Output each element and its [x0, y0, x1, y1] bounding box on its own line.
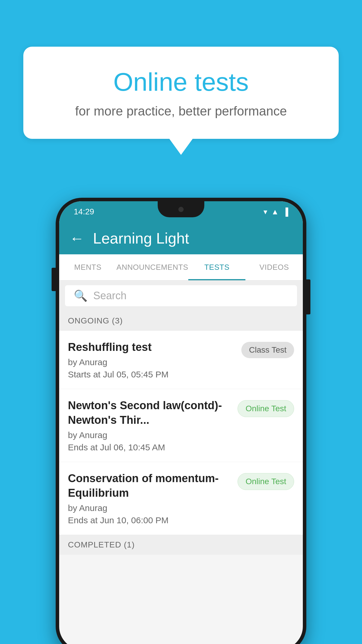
search-bar-container: 🔍 Search — [59, 281, 303, 311]
back-button[interactable]: ← — [70, 230, 84, 247]
tab-announcements[interactable]: ANNOUNCEMENTS — [117, 254, 188, 280]
speech-bubble-title: Online tests — [47, 67, 315, 97]
test-title-1: Reshuffling test — [68, 340, 236, 354]
test-item-3[interactable]: Conservation of momentum-Equilibrium by … — [59, 462, 303, 535]
test-badge-3: Online Test — [238, 473, 294, 490]
status-time: 14:29 — [74, 207, 94, 216]
tab-ments[interactable]: MENTS — [59, 254, 117, 280]
test-info-3: Conservation of momentum-Equilibrium by … — [68, 471, 232, 525]
status-icons: ▾ ▲ ▐ — [263, 207, 288, 216]
test-time-3: Ends at Jun 10, 06:00 PM — [68, 515, 232, 525]
speech-bubble: Online tests for more practice, better p… — [23, 47, 339, 139]
signal-icon: ▲ — [271, 207, 279, 216]
test-author-1: by Anurag — [68, 357, 236, 367]
ongoing-section-header: ONGOING (3) — [59, 311, 303, 331]
speech-bubble-container: Online tests for more practice, better p… — [23, 47, 339, 155]
screen-content: MENTS ANNOUNCEMENTS TESTS VIDEOS 🔍 — [59, 254, 303, 644]
completed-label: COMPLETED (1) — [68, 540, 135, 549]
completed-section-header: COMPLETED (1) — [59, 535, 303, 555]
camera-dot — [178, 207, 184, 212]
search-bar[interactable]: 🔍 Search — [65, 285, 297, 306]
test-info-2: Newton's Second law(contd)-Newton's Thir… — [68, 398, 232, 452]
app-bar: ← Learning Light — [59, 222, 303, 254]
phone-screen: 14:29 ▾ ▲ ▐ ← Learning Light MENTS — [59, 201, 303, 644]
speech-bubble-subtitle: for more practice, better performance — [47, 104, 315, 118]
app-bar-title: Learning Light — [93, 230, 189, 247]
test-info-1: Reshuffling test by Anurag Starts at Jul… — [68, 340, 236, 379]
test-item-2[interactable]: Newton's Second law(contd)-Newton's Thir… — [59, 389, 303, 462]
wifi-icon: ▾ — [263, 207, 267, 216]
ongoing-label: ONGOING (3) — [68, 316, 123, 325]
tab-tests[interactable]: TESTS — [188, 254, 246, 280]
test-title-2: Newton's Second law(contd)-Newton's Thir… — [68, 398, 232, 427]
test-list: Reshuffling test by Anurag Starts at Jul… — [59, 331, 303, 535]
phone-container: 14:29 ▾ ▲ ▐ ← Learning Light MENTS — [56, 198, 306, 644]
test-time-2: Ends at Jul 06, 10:45 AM — [68, 442, 232, 452]
search-icon: 🔍 — [74, 289, 87, 302]
tab-bar: MENTS ANNOUNCEMENTS TESTS VIDEOS — [59, 254, 303, 281]
battery-icon: ▐ — [283, 207, 288, 216]
search-placeholder: Search — [93, 290, 126, 302]
test-badge-1: Class Test — [241, 342, 294, 358]
test-time-1: Starts at Jul 05, 05:45 PM — [68, 370, 236, 379]
test-title-3: Conservation of momentum-Equilibrium — [68, 471, 232, 500]
test-author-2: by Anurag — [68, 430, 232, 440]
test-author-3: by Anurag — [68, 503, 232, 513]
test-badge-2: Online Test — [238, 400, 294, 417]
tab-videos[interactable]: VIDEOS — [245, 254, 303, 280]
phone-notch — [158, 201, 204, 217]
test-item-1[interactable]: Reshuffling test by Anurag Starts at Jul… — [59, 331, 303, 389]
phone-frame: 14:29 ▾ ▲ ▐ ← Learning Light MENTS — [56, 198, 306, 644]
speech-bubble-arrow — [169, 139, 193, 155]
